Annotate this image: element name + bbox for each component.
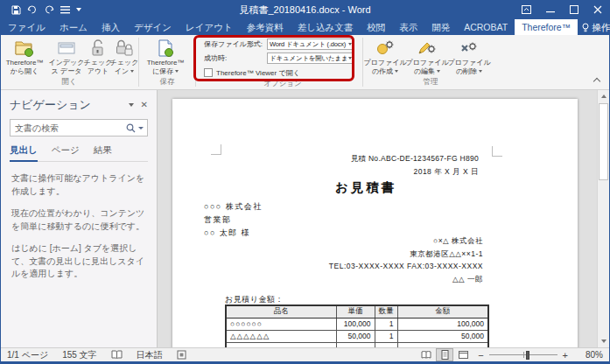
save-format-label: 保存ファイル形式: <box>204 39 267 49</box>
proofing-status-icon[interactable] <box>111 350 123 360</box>
touch-mode-icon[interactable] <box>60 6 70 14</box>
status-bar-right: − + 80% <box>417 348 603 361</box>
arrow-down-icon <box>601 340 606 343</box>
pane-options-icon[interactable] <box>129 103 134 107</box>
nav-paragraph: はじめに [ホーム] タブを選択して、文書の見出しに見出しスタイルを適用します。 <box>11 242 146 281</box>
ribbon-therefore: Therefore™ から開く インデック ス データ チェック アウト チェッ… <box>1 35 609 90</box>
tell-me-button[interactable]: 操作アシ <box>578 19 610 35</box>
zoom-slider[interactable] <box>489 354 557 355</box>
nav-tab-pages[interactable]: ページ <box>52 144 80 161</box>
maximize-button[interactable] <box>562 0 585 19</box>
tab-insert[interactable]: 挿入 <box>95 19 127 35</box>
tab-mailings[interactable]: 差し込み文書 <box>291 19 361 35</box>
button-label: プロファイル <box>405 59 448 67</box>
group-label-options: オプション <box>204 79 361 91</box>
zoom-out-button[interactable]: − <box>473 350 488 360</box>
zoom-in-button[interactable]: + <box>557 350 573 360</box>
customize-qat-icon[interactable] <box>76 8 81 11</box>
word-window: 見積書_20180416.docx - Word ファイル ホーム 挿入 デザイ… <box>0 0 610 364</box>
nav-paragraph: 現在の位置がわかり、コンテンツを簡単に移動するのに便利です。 <box>11 207 146 233</box>
on-success-select[interactable]: ドキュメントを開いたままにする <box>267 52 354 64</box>
navigation-tabs: 見出し ページ 結果 <box>10 144 148 162</box>
close-pane-icon[interactable]: ✕ <box>141 101 148 109</box>
index-data-button[interactable]: インデック ス データ <box>48 37 85 75</box>
quote-date: 2018 年 X 月 X 日 <box>295 167 479 178</box>
web-layout-button[interactable] <box>454 348 472 361</box>
ribbon-group-manage: プロファイル の作成 プロファイル の編集 プロファイル の削除 管理 <box>364 35 497 89</box>
save-icon[interactable] <box>11 5 21 15</box>
document-canvas[interactable]: 見積 No.ABC-DE-1234567-FG H890 2018 年 X 月 … <box>158 90 609 347</box>
cell-unit-price: 100,000 <box>336 318 375 330</box>
edit-profile-button[interactable]: プロファイル の編集 <box>406 37 448 75</box>
header-amount: 金額 <box>397 305 488 318</box>
tab-therefore[interactable]: Therefore™ <box>515 19 578 35</box>
search-options-icon[interactable] <box>138 127 144 130</box>
zoom-level[interactable]: 80% <box>577 350 603 360</box>
undo-icon[interactable] <box>27 5 38 15</box>
quote-number: 見積 No.ABC-DE-1234567-FG H890 <box>295 154 479 164</box>
save-to-therefore-button[interactable]: Therefore™ に保存 <box>140 37 191 75</box>
open-in-viewer-checkbox[interactable] <box>204 68 213 77</box>
read-mode-button[interactable] <box>417 348 435 361</box>
macro-recording-icon[interactable] <box>177 350 186 360</box>
save-format-select[interactable]: Word ドキュメント (.docx) <box>267 38 354 50</box>
window-controls <box>515 0 609 19</box>
check-out-icon <box>89 38 107 58</box>
arrow-up-icon <box>601 94 606 98</box>
print-layout-button[interactable] <box>436 348 453 361</box>
word-count[interactable]: 155 文字 <box>62 349 96 361</box>
tab-file[interactable]: ファイル <box>1 19 53 35</box>
scroll-down-button[interactable] <box>598 335 609 347</box>
group-divider <box>195 38 196 87</box>
tab-design[interactable]: デザイン <box>127 19 179 35</box>
dropdown-arrow-icon <box>395 70 398 73</box>
minimize-button[interactable] <box>538 0 562 19</box>
page-indicator[interactable]: 1/1 ページ <box>7 349 48 361</box>
tab-developer[interactable]: 開発 <box>424 19 457 35</box>
recipient-line: 営業部 <box>204 214 263 227</box>
language-indicator[interactable]: 日本語 <box>137 349 163 361</box>
ribbon-display-options-button[interactable] <box>515 0 538 19</box>
group-label-open: 開く <box>1 77 137 89</box>
index-data-icon <box>56 38 77 58</box>
tab-acrobat[interactable]: ACROBAT <box>457 19 515 35</box>
tab-references[interactable]: 参考資料 <box>240 19 291 35</box>
title-bar: 見積書_20180416.docx - Word <box>1 0 609 19</box>
check-in-icon <box>115 38 134 58</box>
group-label-manage: 管理 <box>364 77 497 89</box>
search-input[interactable] <box>15 123 126 133</box>
scroll-up-button[interactable] <box>598 90 609 102</box>
table-row: △△△△△△ 50,000 1 50,000 <box>226 330 488 342</box>
tab-home[interactable]: ホーム <box>53 19 95 35</box>
tab-view[interactable]: 表示 <box>392 19 424 35</box>
tab-layout[interactable]: レイアウト <box>179 19 240 35</box>
search-icon[interactable] <box>126 123 136 133</box>
header-unit-price: 単価 <box>336 305 375 318</box>
vertical-scrollbar[interactable] <box>597 90 609 347</box>
dropdown-arrow-icon <box>479 70 482 73</box>
tab-review[interactable]: 校閲 <box>360 19 392 35</box>
document-search-box[interactable] <box>10 119 148 136</box>
nav-tab-headings[interactable]: 見出し <box>10 144 38 162</box>
therefore-open-button[interactable]: Therefore™ から開く <box>1 37 48 75</box>
button-label: ス データ <box>52 67 82 76</box>
document-page[interactable]: 見積 No.ABC-DE-1234567-FG H890 2018 年 X 月 … <box>172 99 578 347</box>
collapse-ribbon-icon[interactable] <box>593 77 600 84</box>
table-row <box>226 342 488 347</box>
sender-block: ○×△ 株式会社 東京都港区△△××1-1 TEL:03-XXXX-XXXX F… <box>273 234 483 285</box>
check-out-button[interactable]: チェック アウト <box>85 37 111 75</box>
open-in-viewer-label: Therefore™ Viewer で開く <box>216 68 300 78</box>
zoom-slider-thumb[interactable] <box>526 351 529 360</box>
dropdown-arrow-icon <box>348 43 352 46</box>
delete-profile-button[interactable]: プロファイル の削除 <box>448 37 490 75</box>
create-profile-button[interactable]: プロファイル の作成 <box>364 37 406 75</box>
check-in-button[interactable]: チェック イン <box>111 37 137 75</box>
nav-tab-results[interactable]: 結果 <box>94 144 112 161</box>
scrollbar-thumb[interactable] <box>599 103 608 180</box>
group-divider <box>138 38 139 87</box>
close-button[interactable] <box>585 0 609 19</box>
margin-corner-mark <box>211 144 221 155</box>
redo-icon[interactable] <box>44 5 54 15</box>
ribbon-group-open: Therefore™ から開く インデック ス データ チェック アウト チェッ… <box>1 35 137 89</box>
button-label: チェック <box>110 59 139 67</box>
